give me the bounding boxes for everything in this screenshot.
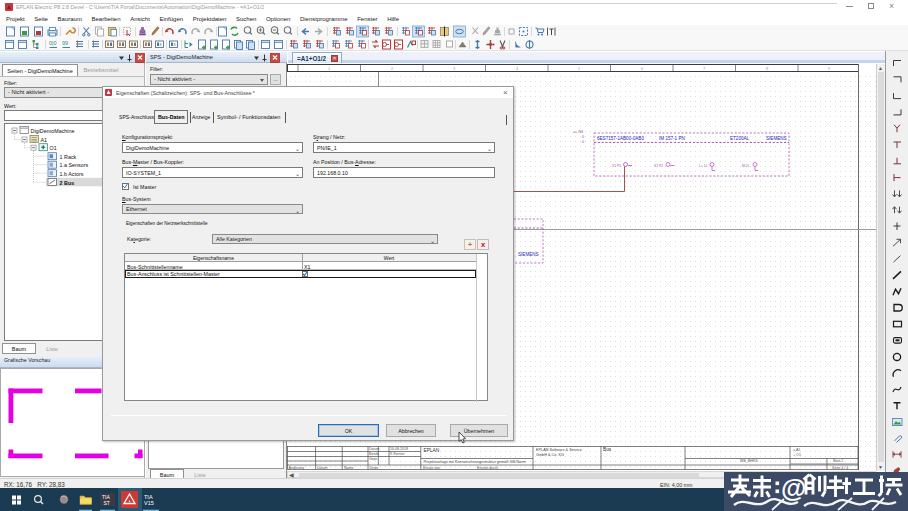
svg-text:Gepr.: Gepr. — [369, 457, 378, 461]
svg-text:K.Forster: K.Forster — [390, 452, 406, 456]
svg-text:X1 P1: X1 P1 — [612, 164, 621, 168]
svg-text:= A1: = A1 — [793, 448, 800, 452]
svg-text:6ES7157-1AB00-0AB0: 6ES7157-1AB00-0AB0 — [597, 136, 644, 141]
svg-text:+ O1: + O1 — [793, 453, 801, 457]
svg-text:Datum: Datum — [317, 466, 328, 470]
svg-text:Ersetzt durch: Ersetzt durch — [477, 466, 498, 470]
svg-text:X1 P2: X1 P2 — [654, 164, 663, 168]
svg-text:EPLAN Software & Service: EPLAN Software & Service — [536, 448, 582, 452]
svg-text:99: 99 — [62, 40, 68, 46]
svg-text:0: 0 — [582, 140, 584, 144]
svg-text:0|0: 0|0 — [49, 40, 57, 46]
svg-text:Ersatz von: Ersatz von — [423, 466, 440, 470]
svg-text:Blatt 2: Blatt 2 — [833, 459, 843, 463]
svg-text:DigiDemoMachine: DigiDemoMachine — [31, 128, 75, 134]
svg-text:Urspr.: Urspr. — [370, 466, 380, 470]
svg-text:Änderung: Änderung — [289, 466, 305, 470]
svg-text:Bearb.: Bearb. — [369, 452, 380, 456]
svg-text:ET200AL: ET200AL — [730, 136, 750, 141]
svg-text:1.a Sensors: 1.a Sensors — [60, 162, 89, 168]
svg-text:TIA: TIA — [144, 494, 153, 500]
svg-text:1.b Actors: 1.b Actors — [60, 171, 84, 177]
svg-text:EPLAN: EPLAN — [424, 448, 440, 453]
svg-text:16.08.2018: 16.08.2018 — [390, 447, 408, 451]
svg-text:Datum: Datum — [369, 447, 380, 451]
svg-text:1 Rack: 1 Rack — [60, 154, 77, 160]
svg-text:M 2L: M 2L — [742, 164, 750, 168]
svg-text:Projektvorlage mit Kennzeichnu: Projektvorlage mit Kennzeichnungsstruktu… — [424, 460, 526, 464]
svg-text:Seite 4 / 4: Seite 4 / 4 — [832, 466, 848, 470]
svg-text:Bus: Bus — [603, 447, 612, 452]
svg-text:A1: A1 — [41, 137, 48, 143]
svg-text:2 Bus: 2 Bus — [60, 180, 75, 186]
svg-text:=+-N3: =+-N3 — [573, 130, 583, 134]
svg-text:@: @ — [781, 473, 806, 503]
svg-text:ST: ST — [104, 500, 110, 506]
svg-text:L+ 1L: L+ 1L — [699, 164, 708, 168]
svg-text:GmbH & Co. KG: GmbH & Co. KG — [536, 453, 564, 457]
svg-text:O1: O1 — [50, 145, 57, 151]
svg-text:IM 157-1 PN: IM 157-1 PN — [659, 136, 685, 141]
svg-text:SIEMENS: SIEMENS — [518, 252, 539, 257]
svg-text:Name: Name — [344, 466, 354, 470]
svg-text:WE_BHKS: WE_BHKS — [740, 459, 758, 463]
svg-text:V15: V15 — [144, 500, 154, 506]
svg-text:0: 0 — [582, 135, 584, 139]
svg-text:SIEMENS: SIEMENS — [766, 136, 787, 141]
